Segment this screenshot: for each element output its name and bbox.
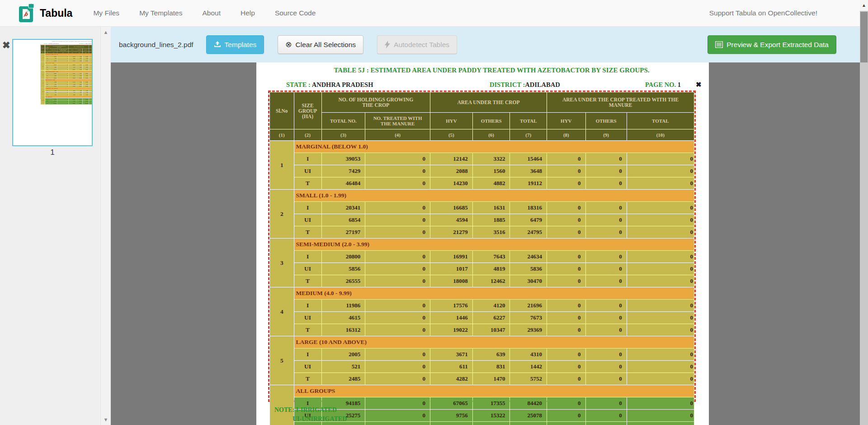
value-cell: 20800 xyxy=(321,251,365,263)
row-type-cell: T xyxy=(294,373,321,385)
slno-cell: 5 xyxy=(41,87,45,96)
group-header-cell: SEMI-MEDIUM (2.0 - 3.99) xyxy=(294,239,694,251)
table-colnumber-cell: (2) xyxy=(294,129,321,141)
value-cell: 0 xyxy=(627,397,694,410)
value-cell: 16991 xyxy=(430,251,472,263)
value-cell: 2485 xyxy=(321,373,365,385)
upload-icon xyxy=(214,41,221,48)
district-value: ADILABAD xyxy=(525,81,560,88)
circle-x-icon: ⊗ xyxy=(285,41,292,48)
table-header-cell: AREA UNDER THE CROP xyxy=(430,92,547,113)
value-cell: 4615 xyxy=(321,312,365,324)
value-cell: 0 xyxy=(365,251,430,263)
support-link[interactable]: Support Tabula on OpenCollective! xyxy=(709,9,868,17)
row-type-cell: T xyxy=(294,275,321,287)
export-button[interactable]: Preview & Export Extracted Data xyxy=(708,35,836,54)
value-cell: 29369 xyxy=(510,324,547,336)
tabula-logo-icon[interactable] xyxy=(18,3,35,23)
value-cell: 4594 xyxy=(430,214,472,226)
value-cell: 0 xyxy=(547,410,585,422)
value-cell: 0 xyxy=(547,153,585,165)
value-cell: 0 xyxy=(547,397,585,410)
value-cell: 1446 xyxy=(430,312,472,324)
value-cell: 20341 xyxy=(321,202,365,214)
value-cell: 0 xyxy=(365,397,430,410)
value-cell: 0 xyxy=(365,410,430,422)
value-cell: 6479 xyxy=(510,214,547,226)
value-cell: 12142 xyxy=(430,153,472,165)
value-cell: 0 xyxy=(547,251,585,263)
value-cell: 0 xyxy=(585,361,627,373)
value-cell: 15464 xyxy=(510,153,547,165)
nav-item-source-code[interactable]: Source Code xyxy=(275,9,316,17)
slno-cell: 3 xyxy=(270,239,294,287)
value-cell: 19022 xyxy=(430,324,472,336)
value-cell: 0 xyxy=(57,102,69,105)
selection-close-icon[interactable]: ✖ xyxy=(696,81,702,89)
value-cell: 0 xyxy=(547,165,585,177)
value-cell: 0 xyxy=(547,214,585,226)
scrollbar-up-icon[interactable]: ▲ xyxy=(860,0,868,11)
autodetect-tables-button[interactable]: Autodetect Tables xyxy=(377,35,457,54)
value-cell: 0 xyxy=(627,226,694,239)
value-cell: 1885 xyxy=(472,214,510,226)
scroll-up-icon[interactable]: ▲ xyxy=(101,29,111,35)
scroll-down-icon[interactable]: ▼ xyxy=(101,417,111,422)
value-cell: 0 xyxy=(365,300,430,312)
value-cell: 0 xyxy=(627,324,694,336)
value-cell: 0 xyxy=(547,361,585,373)
value-cell: 639 xyxy=(472,349,510,361)
state-label: STATE : xyxy=(43,43,47,44)
nav-item-about[interactable]: About xyxy=(202,9,221,17)
templates-button[interactable]: Templates xyxy=(206,35,264,54)
row-type-cell: UI xyxy=(294,165,321,177)
value-cell: 3671 xyxy=(430,349,472,361)
pdf-table-title: TABLE 5J : ESTIMATED AREA UNDER PADDY TR… xyxy=(38,41,93,42)
district-label: DISTRICT : xyxy=(79,43,85,44)
value-cell: 0 xyxy=(627,263,694,275)
main-nav: My FilesMy TemplatesAboutHelpSource Code xyxy=(93,9,316,17)
table-row: UI46150144662277673000 xyxy=(270,312,694,324)
value-cell: 0 xyxy=(627,410,694,422)
table-row: T163120190221034729369000 xyxy=(270,324,694,336)
pdf-page[interactable]: TABLE 5J : ESTIMATED AREA UNDER PADDY TR… xyxy=(256,62,709,425)
row-type-cell: I xyxy=(294,300,321,312)
nav-item-my-templates[interactable]: My Templates xyxy=(139,9,182,17)
thumbnail-close-icon[interactable]: ✖ xyxy=(2,40,10,50)
value-cell: 0 xyxy=(547,422,585,425)
table-header-cell: AREA UNDER THE CROP xyxy=(69,45,89,48)
table-subheader-cell: OTHERS xyxy=(472,113,510,129)
state-label: STATE : xyxy=(286,81,311,88)
brand-title[interactable]: Tabula xyxy=(40,7,72,19)
sidebar: ✖ TABLE 5J : ESTIMATED AREA UNDER PADDY … xyxy=(0,27,100,425)
row-type-cell: UI xyxy=(294,214,321,226)
value-cell: 11986 xyxy=(321,300,365,312)
value-cell: 0 xyxy=(627,349,694,361)
value-cell: 7429 xyxy=(321,165,365,177)
nav-item-my-files[interactable]: My Files xyxy=(93,9,119,17)
value-cell: 25078 xyxy=(510,410,547,422)
value-cell: 109498 xyxy=(82,102,89,105)
row-type-cell: UI xyxy=(294,263,321,275)
value-cell: 0 xyxy=(585,214,627,226)
sidebar-scrollbar[interactable]: ▲ ▼ xyxy=(100,27,111,425)
nav-item-help[interactable]: Help xyxy=(241,9,255,17)
district-field: DISTRICT :ADILABAD xyxy=(79,43,91,44)
value-cell: 0 xyxy=(547,312,585,324)
selection-box[interactable]: Sl.NoSIZE GROUP (HA)NO. OF HOLDINGS GROW… xyxy=(268,91,696,402)
page-thumbnail[interactable]: TABLE 5J : ESTIMATED AREA UNDER PADDY TR… xyxy=(12,39,93,146)
page-scrollbar[interactable]: ▲ xyxy=(860,0,868,425)
value-cell: 16312 xyxy=(321,324,365,336)
note-line-2: UI-UNIRRIGATED xyxy=(45,101,54,102)
page-no-value: 1 xyxy=(678,81,681,88)
value-cell: 67065 xyxy=(430,397,472,410)
value-cell: 18316 xyxy=(510,202,547,214)
clear-selections-button[interactable]: ⊗ Clear All Selections xyxy=(278,35,363,54)
value-cell: 3516 xyxy=(472,226,510,239)
value-cell: 611 xyxy=(430,361,472,373)
scrollbar-thumb[interactable] xyxy=(860,12,868,62)
value-cell: 0 xyxy=(547,263,585,275)
slno-cell: 4 xyxy=(270,287,294,336)
value-cell: 0 xyxy=(365,165,430,177)
table-colnumber-cell: (3) xyxy=(321,129,365,141)
